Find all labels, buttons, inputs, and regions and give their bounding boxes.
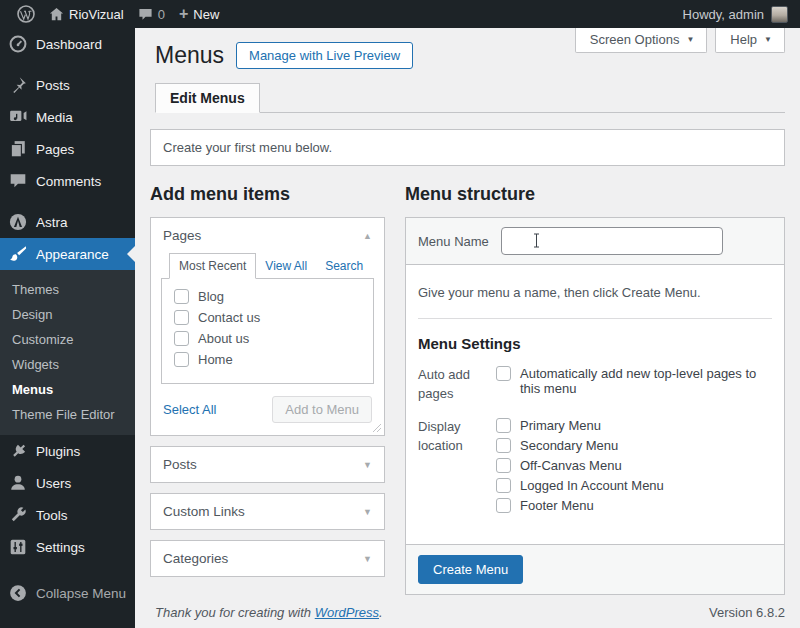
- submenu-item-widgets[interactable]: Widgets: [0, 352, 135, 377]
- pages-inner-tabs: Most Recent View All Search: [161, 253, 374, 278]
- checkbox[interactable]: [496, 498, 511, 513]
- wordpress-logo-icon[interactable]: [10, 0, 42, 28]
- checkbox[interactable]: [174, 331, 189, 346]
- submenu-item-theme-file-editor[interactable]: Theme File Editor: [0, 402, 135, 427]
- tab-view-all[interactable]: View All: [256, 254, 316, 278]
- sidebar-item-label: Users: [36, 476, 71, 491]
- checkbox[interactable]: [174, 352, 189, 367]
- checkbox[interactable]: [496, 438, 511, 453]
- checkbox[interactable]: [496, 478, 511, 493]
- posts-panel: Posts ▼: [150, 446, 385, 483]
- main-content: Screen Options ▼ Help ▼ Menus Manage wit…: [135, 28, 800, 628]
- page-item-contact-us[interactable]: Contact us: [174, 310, 373, 325]
- submenu-item-themes[interactable]: Themes: [0, 277, 135, 302]
- sidebar-item-dashboard[interactable]: Dashboard: [0, 28, 135, 60]
- auto-add-pages-label: Auto add pages: [418, 366, 486, 404]
- footer-thanks-suffix: .: [379, 605, 383, 620]
- user-icon: [9, 474, 27, 492]
- comment-bubble-icon: [138, 7, 153, 22]
- sidebar-item-plugins[interactable]: Plugins: [0, 435, 135, 467]
- chevron-down-icon: ▼: [686, 35, 694, 44]
- sidebar-item-posts[interactable]: Posts: [0, 69, 135, 101]
- submenu-item-customize[interactable]: Customize: [0, 327, 135, 352]
- chevron-up-icon[interactable]: ▲: [363, 231, 372, 241]
- select-all-link[interactable]: Select All: [163, 402, 216, 417]
- chevron-down-icon[interactable]: ▼: [363, 507, 372, 517]
- add-menu-items-column: Add menu items Pages ▲ Most Recent View …: [150, 184, 385, 588]
- create-menu-button[interactable]: Create Menu: [418, 555, 523, 584]
- account-menu[interactable]: Howdy, admin: [683, 6, 790, 23]
- location-label: Logged In Account Menu: [520, 478, 664, 493]
- sidebar-item-label: Appearance: [36, 247, 109, 262]
- auto-add-pages-option[interactable]: Automatically add new top-level pages to…: [496, 366, 772, 396]
- sidebar-item-appearance[interactable]: Appearance: [0, 238, 135, 270]
- menu-name-row: Menu Name: [406, 218, 784, 265]
- menu-settings-section: Menu Settings Auto add pages Automatical…: [418, 319, 772, 538]
- add-to-menu-button[interactable]: Add to Menu: [272, 396, 372, 423]
- pages-panel-header[interactable]: Pages ▲: [151, 218, 384, 253]
- custom-links-panel-header[interactable]: Custom Links ▼: [151, 494, 384, 529]
- checkbox[interactable]: [496, 366, 511, 381]
- wordpress-link[interactable]: WordPress: [315, 605, 379, 620]
- chevron-down-icon[interactable]: ▼: [363, 460, 372, 470]
- location-label: Off-Canvas Menu: [520, 458, 622, 473]
- new-content-menu[interactable]: + New: [172, 0, 226, 28]
- sidebar-item-settings[interactable]: Settings: [0, 531, 135, 563]
- resize-grip-icon[interactable]: [372, 423, 382, 433]
- page-item-label: Contact us: [198, 310, 260, 325]
- admin-sidebar: Dashboard Posts Media Pages Comments: [0, 28, 135, 628]
- sidebar-item-astra[interactable]: Astra: [0, 206, 135, 238]
- notice-message: Create your first menu below.: [150, 129, 785, 166]
- display-location-row: Display location Primary Menu Secondary …: [418, 418, 772, 518]
- publish-actions: Create Menu: [406, 544, 784, 594]
- tab-edit-menus[interactable]: Edit Menus: [155, 83, 260, 113]
- submenu-item-design[interactable]: Design: [0, 302, 135, 327]
- site-menu[interactable]: RioVizual: [42, 0, 131, 28]
- new-label: New: [193, 7, 219, 22]
- add-menu-items-heading: Add menu items: [150, 184, 385, 206]
- location-secondary-menu[interactable]: Secondary Menu: [496, 438, 772, 453]
- sidebar-item-label: Comments: [36, 174, 101, 189]
- screen-options-button[interactable]: Screen Options ▼: [575, 27, 708, 53]
- checkbox[interactable]: [174, 289, 189, 304]
- posts-panel-header[interactable]: Posts ▼: [151, 447, 384, 482]
- location-off-canvas-menu[interactable]: Off-Canvas Menu: [496, 458, 772, 473]
- display-location-label: Display location: [418, 418, 486, 518]
- manage-with-live-preview-button[interactable]: Manage with Live Preview: [236, 42, 413, 69]
- menu-name-label: Menu Name: [418, 234, 489, 249]
- sidebar-item-pages[interactable]: Pages: [0, 133, 135, 165]
- checkbox[interactable]: [496, 458, 511, 473]
- page-item-label: Blog: [198, 289, 224, 304]
- submenu-item-menus[interactable]: Menus: [0, 377, 135, 402]
- location-footer-menu[interactable]: Footer Menu: [496, 498, 772, 513]
- screen-options-label: Screen Options: [590, 32, 680, 47]
- collapse-menu-button[interactable]: Collapse Menu: [0, 577, 135, 609]
- sidebar-item-media[interactable]: Media: [0, 101, 135, 133]
- menu-settings-heading: Menu Settings: [418, 335, 772, 352]
- comments-menu[interactable]: 0: [131, 0, 172, 28]
- sidebar-separator: [0, 60, 135, 69]
- sidebar-item-label: Posts: [36, 78, 70, 93]
- notice-text: Create your first menu below.: [163, 140, 332, 155]
- checkbox[interactable]: [174, 310, 189, 325]
- sidebar-item-label: Dashboard: [36, 37, 102, 52]
- sidebar-item-label: Tools: [36, 508, 68, 523]
- sidebar-item-tools[interactable]: Tools: [0, 499, 135, 531]
- location-logged-in-account-menu[interactable]: Logged In Account Menu: [496, 478, 772, 493]
- location-primary-menu[interactable]: Primary Menu: [496, 418, 772, 433]
- categories-panel-title: Categories: [163, 551, 228, 566]
- tab-most-recent[interactable]: Most Recent: [169, 253, 256, 279]
- tab-search[interactable]: Search: [316, 254, 372, 278]
- sidebar-item-comments[interactable]: Comments: [0, 165, 135, 197]
- help-button[interactable]: Help ▼: [715, 27, 785, 53]
- page-item-home[interactable]: Home: [174, 352, 373, 367]
- settings-sliders-icon: [9, 538, 27, 556]
- sidebar-item-users[interactable]: Users: [0, 467, 135, 499]
- location-label: Primary Menu: [520, 418, 601, 433]
- categories-panel-header[interactable]: Categories ▼: [151, 541, 384, 576]
- checkbox[interactable]: [496, 418, 511, 433]
- page-item-about-us[interactable]: About us: [174, 331, 373, 346]
- menu-name-input[interactable]: [501, 227, 723, 255]
- page-item-blog[interactable]: Blog: [174, 289, 373, 304]
- chevron-down-icon[interactable]: ▼: [363, 554, 372, 564]
